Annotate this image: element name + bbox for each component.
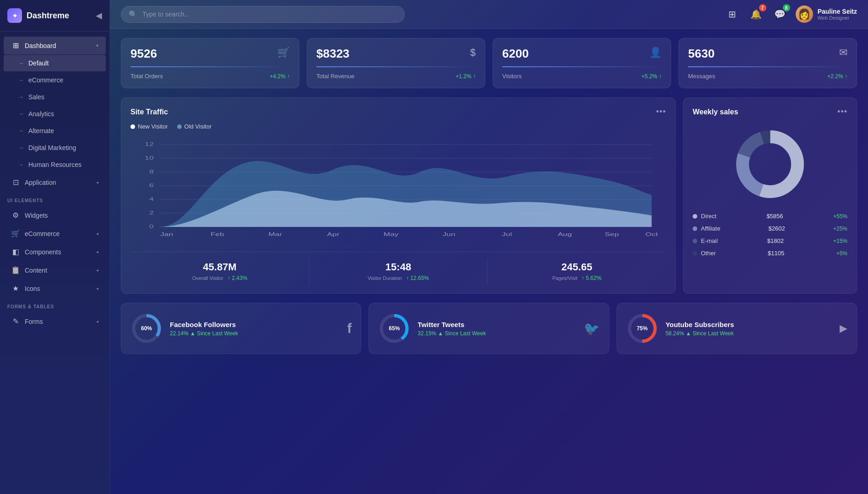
user-profile[interactable]: 👩 Pauline Seitz Web Designer	[796, 5, 857, 23]
sidebar-item-analytics[interactable]: → Analytics	[4, 106, 106, 122]
site-traffic-menu[interactable]: •••	[656, 107, 666, 117]
logo[interactable]: ✦ Dashtreme	[7, 8, 69, 23]
social-card-youtube: 75% Youtube Subscribers 58.24% ▲ Since L…	[617, 303, 857, 354]
sidebar-item-ecommerce-ui[interactable]: 🛒 eCommerce ◂	[4, 225, 106, 242]
orders-change: +4.2% ↑	[270, 73, 290, 80]
affiliate-amount: $2602	[769, 225, 785, 232]
weekly-sales-card: Weekly sales •••	[683, 97, 857, 294]
svg-text:Jul: Jul	[502, 231, 512, 237]
sidebar-item-digital-marketing[interactable]: → Digital Marketing	[4, 140, 106, 156]
charts-row: Site Traffic ••• New Visitor Old Visitor	[121, 97, 857, 294]
collapse-sidebar-button[interactable]: ◀	[96, 11, 102, 21]
email-change: +15%	[833, 238, 847, 244]
donut-chart-wrap	[693, 123, 847, 205]
sidebar-item-widgets[interactable]: ⚙ Widgets	[4, 206, 106, 224]
facebook-pct: 60%	[141, 325, 152, 332]
facebook-title: Facebook Followers	[170, 321, 340, 328]
arrow-icon: →	[18, 111, 24, 117]
logo-icon: ✦	[7, 8, 22, 23]
visitors-divider	[502, 66, 662, 67]
facebook-donut-wrap: 60%	[130, 312, 163, 344]
sales-legend-row-other: Other $1105 +5%	[693, 250, 847, 257]
sales-legend-row-direct: Direct $5856 +55%	[693, 213, 847, 220]
youtube-title: Youtube Subscribers	[666, 321, 832, 328]
svg-text:2: 2	[149, 210, 154, 215]
affiliate-label: Affiliate	[701, 225, 720, 232]
search-input[interactable]	[142, 11, 397, 18]
forms-tables-section-label: FORMS & TABLES	[0, 298, 109, 312]
notifications-button[interactable]: 🔔 7	[748, 6, 765, 22]
sidebar-item-components[interactable]: ◧ Components ◂	[4, 243, 106, 261]
sidebar-item-alternate[interactable]: → Alternate	[4, 123, 106, 139]
old-visitor-dot	[177, 124, 182, 129]
weekly-sales-legend: Direct $5856 +55% Affiliate $2602 +25%	[693, 213, 847, 257]
social-card-twitter: 65% Twitter Tweets 32.15% ▲ Since Last W…	[369, 303, 609, 354]
chevron-left-icon: ◂	[96, 231, 98, 236]
search-icon: 🔍	[129, 10, 138, 19]
messages-badge: 8	[783, 4, 790, 11]
other-label: Other	[701, 250, 716, 257]
other-change: +5%	[836, 250, 847, 257]
chevron-left-icon: ◂	[96, 286, 98, 291]
avatar: 👩	[796, 5, 813, 23]
arrow-icon: →	[18, 60, 24, 66]
svg-text:Feb: Feb	[211, 231, 224, 237]
sales-legend-row-affiliate: Affiliate $2602 +25%	[693, 225, 847, 232]
cart-icon: 🛒	[277, 47, 290, 59]
svg-text:Mar: Mar	[268, 231, 282, 237]
youtube-info: Youtube Subscribers 58.24% ▲ Since Last …	[666, 321, 832, 337]
sidebar-navigation: ⊞ Dashboard ▾ → Default → eCommerce → Sa…	[0, 32, 109, 494]
chevron-down-icon: ▾	[96, 43, 98, 48]
svg-text:10: 10	[145, 155, 153, 161]
sales-legend-row-email: E-mail $1802 +15%	[693, 237, 847, 244]
pages-per-visit-value: 245.65	[490, 261, 663, 273]
svg-text:Jan: Jan	[160, 231, 173, 237]
affiliate-change: +25%	[833, 226, 847, 232]
notifications-badge: 7	[759, 4, 766, 11]
other-amount: $1105	[768, 250, 784, 257]
arrow-icon: →	[18, 94, 24, 100]
social-cards-grid: 60% Facebook Followers 22.14% ▲ Since La…	[121, 303, 857, 354]
revenue-change: +1.2% ↑	[456, 73, 476, 80]
visitor-duration-value: 15:48	[312, 261, 484, 273]
sidebar-item-application[interactable]: ⊡ Application ◂	[4, 173, 106, 191]
donut-chart	[729, 123, 811, 205]
site-traffic-card: Site Traffic ••• New Visitor Old Visitor	[121, 97, 676, 294]
stat-cards-grid: 9526 🛒 Total Orders +4.2% ↑ $8323 $ Tota…	[121, 38, 857, 88]
components-icon: ◧	[11, 247, 20, 256]
grid-icon: ⊞	[728, 9, 736, 20]
sidebar-item-dashboard[interactable]: ⊞ Dashboard ▾	[4, 37, 106, 54]
icons-icon: ★	[11, 284, 20, 293]
orders-label: Total Orders	[130, 73, 163, 80]
user-role: Web Designer	[818, 15, 857, 21]
other-dot	[693, 251, 697, 256]
svg-text:12: 12	[145, 141, 153, 147]
widgets-icon: ⚙	[11, 211, 20, 220]
header: 🔍 ⊞ 🔔 7 💬 8 👩 Pauline Seitz Web D	[110, 0, 868, 29]
affiliate-dot	[693, 226, 697, 231]
sidebar-item-content[interactable]: 📋 Content ◂	[4, 261, 106, 279]
arrow-icon: →	[18, 161, 24, 168]
sidebar-item-default[interactable]: → Default	[4, 55, 106, 71]
apps-button[interactable]: ⊞	[724, 6, 741, 22]
weekly-sales-menu[interactable]: •••	[837, 107, 847, 117]
youtube-donut-wrap: 75%	[626, 312, 658, 344]
email-dot	[693, 239, 697, 243]
messages-button[interactable]: 💬 8	[772, 6, 788, 22]
search-bar[interactable]: 🔍	[121, 6, 405, 23]
sidebar-item-icons[interactable]: ★ Icons ◂	[4, 279, 106, 297]
youtube-icon: ▶	[840, 322, 847, 334]
mail-icon: ✉	[839, 47, 847, 59]
chevron-left-icon: ◂	[96, 268, 98, 273]
arrow-icon: →	[18, 77, 24, 83]
svg-text:6: 6	[149, 183, 154, 188]
sidebar-item-sales[interactable]: → Sales	[4, 89, 106, 105]
sidebar-item-forms[interactable]: ✎ Forms ◂	[4, 312, 106, 330]
sidebar-item-human-resources[interactable]: → Human Resources	[4, 156, 106, 173]
sidebar-item-ecommerce[interactable]: → eCommerce	[4, 72, 106, 88]
ecommerce-icon: 🛒	[11, 229, 20, 238]
messages-divider	[688, 66, 847, 67]
svg-text:0: 0	[149, 224, 154, 229]
content-icon: 📋	[11, 266, 20, 274]
revenue-divider	[316, 66, 476, 67]
